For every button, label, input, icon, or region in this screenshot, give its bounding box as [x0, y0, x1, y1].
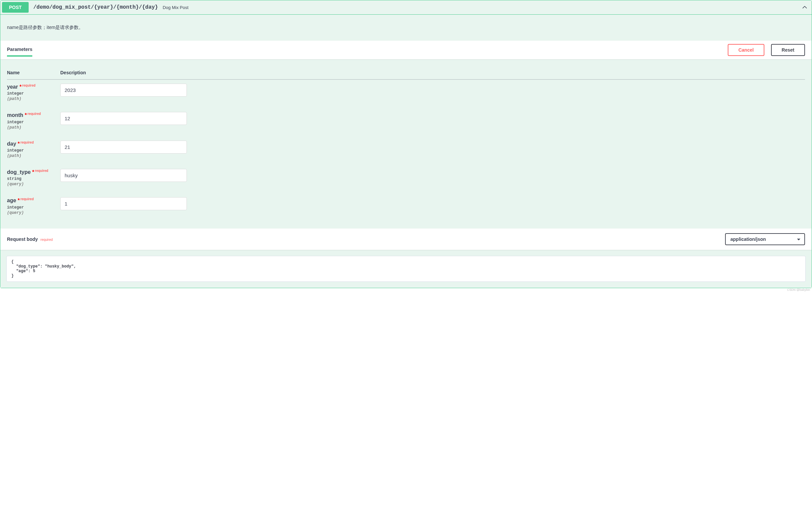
param-name: dog_type *required — [7, 169, 60, 175]
parameter-name-cell: month *requiredinteger(path) — [7, 108, 60, 136]
param-input[interactable] — [60, 84, 187, 96]
section-actions: Cancel Reset — [728, 44, 805, 56]
param-in: (path) — [7, 96, 60, 101]
param-required: required — [20, 197, 34, 201]
parameter-desc-cell — [60, 165, 805, 193]
param-type: integer — [7, 90, 60, 96]
method-badge: POST — [2, 2, 29, 13]
reset-button[interactable]: Reset — [771, 44, 805, 56]
cancel-button[interactable]: Cancel — [728, 44, 764, 56]
param-name-text: day — [7, 141, 16, 147]
parameter-desc-cell — [60, 79, 805, 108]
param-name: year *required — [7, 84, 60, 90]
param-name: month *required — [7, 112, 60, 118]
parameters-tab[interactable]: Parameters — [7, 47, 32, 57]
param-required: required — [34, 169, 48, 173]
parameter-desc-cell — [60, 137, 805, 165]
request-body-title: Request body — [7, 236, 38, 242]
parameters-header: Parameters Cancel Reset — [0, 41, 812, 59]
param-type: string — [7, 175, 60, 181]
param-required: required — [22, 84, 36, 87]
param-name-text: month — [7, 113, 23, 118]
endpoint-description: Dog Mix Post — [163, 5, 801, 10]
col-description-header: Description — [60, 66, 805, 79]
request-body-header: Request body required application/json — [0, 229, 812, 250]
parameter-row: day *requiredinteger(path) — [7, 137, 805, 165]
param-in: (path) — [7, 153, 60, 158]
param-name-text: year — [7, 84, 18, 90]
parameter-name-cell: dog_type *requiredstring(query) — [7, 165, 60, 193]
param-required: required — [27, 112, 41, 115]
param-type: integer — [7, 119, 60, 125]
opblock-post: POST /demo/dog_mix_post/{year}/{month}/{… — [0, 0, 812, 288]
parameter-desc-cell — [60, 108, 805, 136]
content-type-select-wrap: application/json — [725, 233, 805, 245]
param-in: (path) — [7, 125, 60, 130]
opblock-body: name是路径参数；item是请求参数。 Parameters Cancel R… — [0, 15, 812, 288]
request-body-required: required — [40, 238, 53, 241]
parameter-row: year *requiredinteger(path) — [7, 79, 805, 108]
parameters-table: Name Description year *requiredinteger(p… — [0, 59, 812, 229]
parameter-row: age *requiredinteger(query) — [7, 193, 805, 221]
param-input[interactable] — [60, 169, 187, 182]
param-name-text: dog_type — [7, 169, 31, 175]
param-in: (query) — [7, 210, 60, 215]
body-editor-wrap: { "dog_type": "husky_body", "age": 5 } — [0, 250, 812, 288]
watermark: CSDN @babybin — [0, 288, 812, 291]
param-type: integer — [7, 147, 60, 153]
parameter-desc-cell — [60, 193, 805, 221]
param-type: integer — [7, 204, 60, 210]
opblock-summary[interactable]: POST /demo/dog_mix_post/{year}/{month}/{… — [0, 0, 812, 15]
required-star-icon: * — [19, 84, 21, 90]
content-type-select[interactable]: application/json — [725, 233, 805, 245]
param-name-text: age — [7, 198, 16, 203]
parameter-row: month *requiredinteger(path) — [7, 108, 805, 136]
parameter-row: dog_type *requiredstring(query) — [7, 165, 805, 193]
param-name: day *required — [7, 141, 60, 147]
param-input[interactable] — [60, 197, 187, 210]
param-in: (query) — [7, 181, 60, 186]
parameter-name-cell: day *requiredinteger(path) — [7, 137, 60, 165]
opblock-description: name是路径参数；item是请求参数。 — [0, 15, 812, 41]
request-body-editor[interactable]: { "dog_type": "husky_body", "age": 5 } — [6, 256, 806, 282]
param-input[interactable] — [60, 112, 187, 125]
parameter-name-cell: year *requiredinteger(path) — [7, 79, 60, 108]
param-name: age *required — [7, 197, 60, 203]
endpoint-path: /demo/dog_mix_post/{year}/{month}/{day} — [29, 4, 163, 10]
param-input[interactable] — [60, 141, 187, 154]
parameters-title: Parameters — [7, 47, 32, 53]
parameter-name-cell: age *requiredinteger(query) — [7, 193, 60, 221]
chevron-up-icon[interactable] — [801, 4, 808, 11]
col-name-header: Name — [7, 66, 60, 79]
param-required: required — [20, 141, 34, 144]
required-star-icon: * — [25, 113, 26, 118]
required-star-icon: * — [32, 169, 34, 175]
